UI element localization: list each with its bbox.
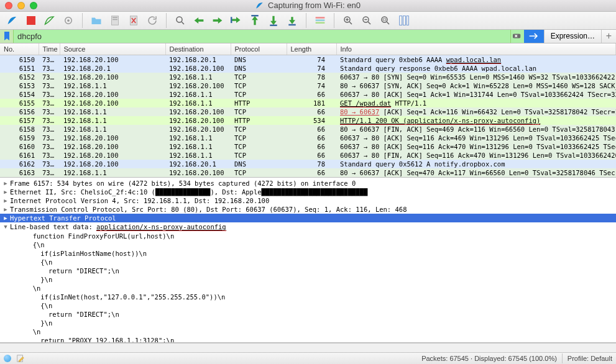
source-line[interactable]: function FindProxyForURL(url,host)\n — [0, 232, 616, 240]
go-forward-button[interactable] — [209, 12, 226, 29]
source-line[interactable]: if(isInNet(host,"127.0.0.1","255.255.255… — [0, 293, 616, 301]
go-back-button[interactable] — [190, 12, 208, 29]
source-line[interactable]: \n — [0, 284, 616, 293]
app-icon — [255, 1, 264, 10]
expand-icon[interactable]: ▶ — [2, 189, 9, 195]
statusbar: Packets: 67545 · Displayed: 67545 (100.0… — [0, 352, 616, 364]
resize-columns-button[interactable] — [395, 12, 413, 29]
close-file-button[interactable] — [125, 12, 142, 29]
zoom-out-button[interactable] — [358, 12, 375, 29]
source-line[interactable]: \n — [0, 327, 616, 336]
packet-row[interactable]: 615273…192.168.20.100192.168.1.1TCP78606… — [0, 73, 616, 81]
tree-ethernet[interactable]: ▶Ethernet II, Src: ChelsioC_2f:4c:10 (██… — [0, 188, 616, 196]
minimize-icon[interactable] — [17, 2, 25, 9]
go-first-button[interactable] — [246, 12, 264, 29]
svg-point-17 — [382, 17, 387, 22]
display-filter-bar: Expression… + — [0, 30, 616, 43]
capture-options-button[interactable] — [60, 12, 77, 29]
tree-line-data[interactable]: ▼Line-based text data: application/x-ns-… — [0, 222, 616, 232]
col-info[interactable]: Info — [336, 43, 616, 55]
packet-row[interactable]: 615573…192.168.20.100192.168.1.1HTTP181G… — [0, 99, 616, 107]
col-protocol[interactable]: Protocol — [231, 43, 287, 55]
go-to-packet-button[interactable] — [228, 12, 245, 29]
content-type-value: application/x-ns-proxy-autoconfig — [96, 223, 226, 231]
expand-icon[interactable]: ▶ — [2, 180, 9, 186]
find-button[interactable] — [172, 12, 189, 29]
packet-row[interactable]: 615373…192.168.1.1192.168.20.100TCP7480 … — [0, 81, 616, 90]
zoom-in-button[interactable] — [339, 12, 357, 29]
open-button[interactable] — [88, 12, 105, 29]
expand-icon[interactable]: ▶ — [2, 215, 9, 221]
save-button[interactable] — [106, 12, 124, 29]
filter-clear-button[interactable] — [510, 30, 524, 43]
col-length[interactable]: Length — [287, 43, 336, 55]
edit-note-icon[interactable] — [16, 354, 25, 363]
packet-list-header[interactable]: No. Time Source Destination Protocol Len… — [0, 43, 616, 55]
tree-http[interactable]: ▶Hypertext Transfer Protocol — [0, 214, 616, 222]
svg-rect-14 — [316, 22, 325, 23]
go-last-button[interactable] — [265, 12, 282, 29]
packet-row[interactable]: 615473…192.168.20.100192.168.1.1TCP66606… — [0, 90, 616, 99]
display-filter-input[interactable] — [14, 30, 510, 43]
source-line[interactable]: {\n — [0, 240, 616, 249]
tree-ip[interactable]: ▶Internet Protocol Version 4, Src: 192.1… — [0, 196, 616, 205]
source-line[interactable]: {\n — [0, 301, 616, 310]
source-line[interactable]: {\n — [0, 258, 616, 266]
expert-info-button[interactable] — [4, 355, 11, 362]
svg-rect-12 — [316, 17, 325, 18]
restart-capture-button[interactable] — [41, 12, 58, 29]
collapse-icon[interactable]: ▼ — [2, 224, 9, 230]
add-filter-button[interactable]: + — [601, 30, 616, 43]
window-controls — [5, 2, 37, 9]
window-title: Capturing from Wi-Fi: en0 — [268, 1, 361, 10]
expand-icon[interactable]: ▶ — [2, 206, 9, 212]
titlebar: Capturing from Wi-Fi: en0 — [0, 0, 616, 12]
profile-label[interactable]: Profile: Default — [568, 355, 612, 362]
packet-row[interactable]: 616373…192.168.1.1192.168.20.100TCP6680 … — [0, 168, 616, 177]
source-line[interactable]: return "PROXY 192.168.1.1:3128";\n — [0, 336, 616, 343]
autoscroll-button[interactable] — [283, 12, 301, 29]
bytes-pane-placeholder — [0, 343, 616, 352]
svg-rect-18 — [383, 19, 386, 20]
zoom-reset-button[interactable] — [377, 12, 394, 29]
packet-row[interactable]: 615873…192.168.1.1192.168.20.100TCP6680 … — [0, 125, 616, 134]
packet-row[interactable]: 615773…192.168.1.1192.168.20.100HTTP534H… — [0, 116, 616, 125]
packet-row[interactable]: 615673…192.168.1.1192.168.20.100TCP6680 … — [0, 107, 616, 116]
zoom-icon[interactable] — [30, 2, 37, 9]
col-destination[interactable]: Destination — [165, 43, 231, 55]
col-source[interactable]: Source — [60, 43, 165, 55]
expression-button[interactable]: Expression… — [544, 30, 601, 43]
expand-icon[interactable]: ▶ — [2, 198, 9, 204]
packet-list[interactable]: No. Time Source Destination Protocol Len… — [0, 43, 616, 178]
source-line[interactable]: }\n — [0, 319, 616, 327]
col-no[interactable]: No. — [0, 43, 39, 55]
source-line[interactable]: }\n — [0, 275, 616, 284]
svg-point-2 — [67, 19, 70, 22]
packet-row[interactable]: 615173…192.168.20.1192.168.20.100DNS74St… — [0, 64, 616, 73]
tree-frame[interactable]: ▶Frame 6157: 534 bytes on wire (4272 bit… — [0, 179, 616, 188]
close-icon[interactable] — [5, 2, 12, 9]
svg-point-7 — [177, 17, 182, 22]
packet-details[interactable]: ▶Frame 6157: 534 bytes on wire (4272 bit… — [0, 178, 616, 343]
packet-row[interactable]: 616173…192.168.20.100192.168.1.1TCP66606… — [0, 151, 616, 160]
filter-bookmark-button[interactable] — [0, 30, 14, 43]
packet-count: Packets: 67545 · Displayed: 67545 (100.0… — [421, 355, 557, 362]
source-line[interactable]: if(isPlainHostName(host))\n — [0, 249, 616, 258]
tree-tcp[interactable]: ▶Transmission Control Protocol, Src Port… — [0, 205, 616, 214]
col-time[interactable]: Time — [39, 43, 60, 55]
stop-capture-button[interactable] — [22, 12, 40, 29]
svg-rect-10 — [270, 24, 277, 25]
source-line[interactable]: return "DIRECT";\n — [0, 266, 616, 275]
source-line[interactable]: return "DIRECT";\n — [0, 310, 616, 319]
packet-row[interactable]: 616073…192.168.20.100192.168.1.1TCP66606… — [0, 142, 616, 151]
packet-row[interactable]: 615073…192.168.20.100192.168.20.1DNS74St… — [0, 55, 616, 64]
packet-row[interactable]: 615973…192.168.20.100192.168.1.1TCP66606… — [0, 134, 616, 142]
svg-rect-4 — [113, 17, 117, 18]
packet-row[interactable]: 616273…192.168.20.100192.168.20.1DNS78St… — [0, 160, 616, 168]
svg-rect-20 — [403, 16, 405, 25]
filter-apply-button[interactable] — [524, 30, 544, 43]
shark-fin-button[interactable] — [4, 12, 21, 29]
reload-button[interactable] — [144, 12, 161, 29]
colorize-button[interactable] — [311, 12, 329, 29]
svg-rect-9 — [251, 15, 258, 16]
